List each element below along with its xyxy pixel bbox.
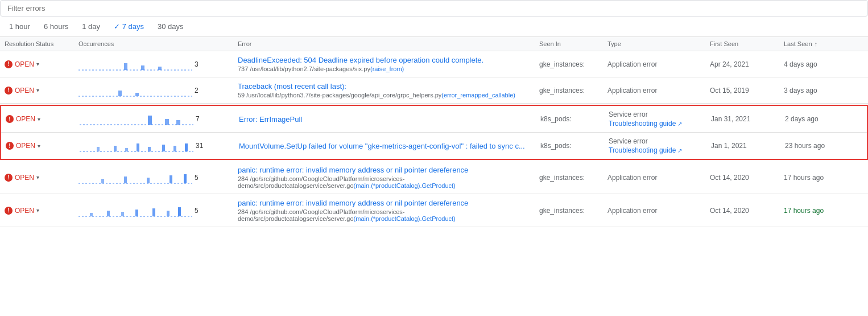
table-row: ! OPEN ▾ 5 panic: runtime error: invalid… [0, 194, 868, 227]
time-btn-30days[interactable]: 30 days [155, 21, 186, 32]
chevron-down-icon[interactable]: ▾ [38, 116, 40, 122]
first-seen-date: Oct 15, 2019 [710, 87, 749, 95]
col-error: Error [233, 40, 535, 47]
occurrences-count: 7 [196, 115, 206, 123]
col-type: Type [603, 40, 705, 47]
svg-rect-31 [152, 208, 155, 216]
seen-in-text: gke_instances: [539, 87, 585, 95]
chevron-down-icon[interactable]: ▾ [36, 207, 39, 214]
time-btn-1hour[interactable]: 1 hour [7, 21, 32, 32]
seen-in-cell: gke_instances: [535, 87, 603, 95]
error-highlight: (main.(*productCatalog).GetProduct) [354, 182, 456, 189]
seen-in-cell: k8s_pods: [536, 142, 604, 150]
status-label: OPEN [16, 142, 35, 150]
type-text: Application error [607, 207, 657, 215]
table-row: ! OPEN ▾ 3 DeadlineExceeded: 504 Deadlin… [0, 51, 868, 77]
svg-rect-23 [147, 178, 150, 183]
occurrences-cell: 3 [74, 56, 233, 72]
last-seen-date: 17 hours ago [784, 174, 824, 182]
svg-rect-1 [124, 63, 127, 70]
seen-in-cell: gke_instances: [535, 174, 603, 182]
first-seen-date: Jan 1, 2021 [711, 142, 747, 150]
chevron-down-icon[interactable]: ▾ [36, 87, 39, 93]
sparkline-chart [80, 111, 193, 127]
occurrences-cell: 5 [74, 170, 233, 186]
error-title[interactable]: panic: runtime error: invalid memory add… [238, 199, 530, 207]
highlighted-group: ! OPEN ▾ 7 Error: ErrImagePull k8s_pods: [0, 105, 868, 160]
status-label: OPEN [15, 174, 34, 182]
svg-rect-15 [137, 143, 139, 151]
error-title[interactable]: Traceback (most recent call last): [238, 82, 530, 91]
seen-in-text: gke_instances: [539, 174, 585, 182]
first-seen-cell: Oct 15, 2019 [705, 87, 779, 95]
error-highlight: (error_remapped_callable) [441, 92, 515, 99]
status-badge[interactable]: ! OPEN ▾ [5, 87, 69, 95]
chevron-down-icon[interactable]: ▾ [36, 174, 39, 180]
error-title[interactable]: Error: ErrImagePull [239, 115, 531, 124]
last-seen-date: 4 days ago [784, 60, 817, 68]
svg-rect-8 [148, 116, 152, 125]
filter-input[interactable] [0, 0, 868, 17]
sparkline-chart [80, 138, 193, 154]
status-cell: ! OPEN ▾ [0, 60, 74, 68]
svg-rect-28 [107, 211, 110, 216]
time-btn-6hours[interactable]: 6 hours [42, 21, 71, 32]
table-body: ! OPEN ▾ 3 DeadlineExceeded: 504 Deadlin… [0, 51, 868, 227]
svg-rect-6 [135, 93, 139, 96]
occurrences-cell: 7 [75, 111, 234, 127]
col-first-seen: First Seen [705, 40, 779, 47]
status-label: OPEN [16, 115, 35, 123]
svg-rect-30 [135, 210, 138, 216]
status-badge[interactable]: ! OPEN ▾ [5, 60, 69, 68]
svg-rect-13 [114, 146, 117, 151]
error-title[interactable]: panic: runtime error: invalid memory add… [238, 166, 530, 174]
seen-in-text: k8s_pods: [540, 142, 572, 150]
error-title[interactable]: MountVolume.SetUp failed for volume "gke… [239, 142, 531, 150]
svg-rect-22 [124, 177, 127, 183]
status-badge[interactable]: ! OPEN ▾ [5, 207, 69, 215]
filter-bar [0, 0, 868, 17]
col-seen-in: Seen In [535, 40, 603, 47]
status-icon: ! [6, 115, 14, 123]
first-seen-cell: Apr 24, 2021 [705, 60, 779, 68]
last-seen-cell: 23 hours ago [780, 142, 849, 150]
svg-rect-19 [185, 143, 188, 151]
status-cell: ! OPEN ▾ [0, 87, 74, 95]
svg-rect-25 [184, 174, 187, 183]
svg-rect-27 [90, 213, 93, 216]
status-badge[interactable]: ! OPEN ▾ [6, 115, 71, 123]
type-text: Service error [609, 137, 648, 145]
chevron-down-icon[interactable]: ▾ [38, 143, 40, 149]
chevron-down-icon[interactable]: ▾ [36, 61, 39, 67]
troubleshooting-guide-link[interactable]: Troubleshooting guide ↗ [609, 146, 702, 154]
type-cell: Application error [603, 60, 705, 68]
error-subtitle: 284 /go/src/github.com/GoogleCloudPlatfo… [238, 175, 530, 189]
type-text: Application error [607, 60, 657, 68]
first-seen-cell: Oct 14, 2020 [705, 174, 779, 182]
status-icon: ! [5, 207, 13, 215]
status-cell: ! OPEN ▾ [1, 115, 75, 123]
type-text: Application error [607, 174, 657, 182]
error-cell: panic: runtime error: invalid memory add… [233, 166, 535, 189]
last-seen-date: 23 hours ago [785, 142, 825, 150]
troubleshooting-guide-label: Troubleshooting guide [609, 120, 676, 128]
svg-rect-33 [178, 207, 181, 216]
occurrences-cell: 5 [74, 203, 233, 219]
error-subtitle: 284 /go/src/github.com/GoogleCloudPlatfo… [238, 208, 530, 222]
sparkline-chart [78, 170, 192, 186]
table-row: ! OPEN ▾ 7 Error: ErrImagePull k8s_pods: [1, 106, 867, 133]
svg-rect-2 [141, 65, 144, 70]
sort-desc-icon: ↑ [815, 40, 818, 47]
error-cell: DeadlineExceeded: 504 Deadline expired b… [233, 56, 535, 72]
time-btn-7days[interactable]: 7 days [111, 21, 146, 32]
first-seen-date: Oct 14, 2020 [710, 207, 749, 215]
time-btn-1day[interactable]: 1 day [80, 21, 102, 32]
status-badge[interactable]: ! OPEN ▾ [6, 142, 71, 150]
error-title[interactable]: DeadlineExceeded: 504 Deadline expired b… [238, 56, 530, 64]
seen-in-cell: gke_instances: [535, 60, 603, 68]
status-badge[interactable]: ! OPEN ▾ [5, 174, 69, 182]
error-cell: MountVolume.SetUp failed for volume "gke… [234, 142, 536, 150]
troubleshooting-guide-link[interactable]: Troubleshooting guide ↗ [609, 120, 702, 128]
status-cell: ! OPEN ▾ [0, 207, 74, 215]
col-last-seen: Last Seen ↑ [779, 40, 848, 47]
